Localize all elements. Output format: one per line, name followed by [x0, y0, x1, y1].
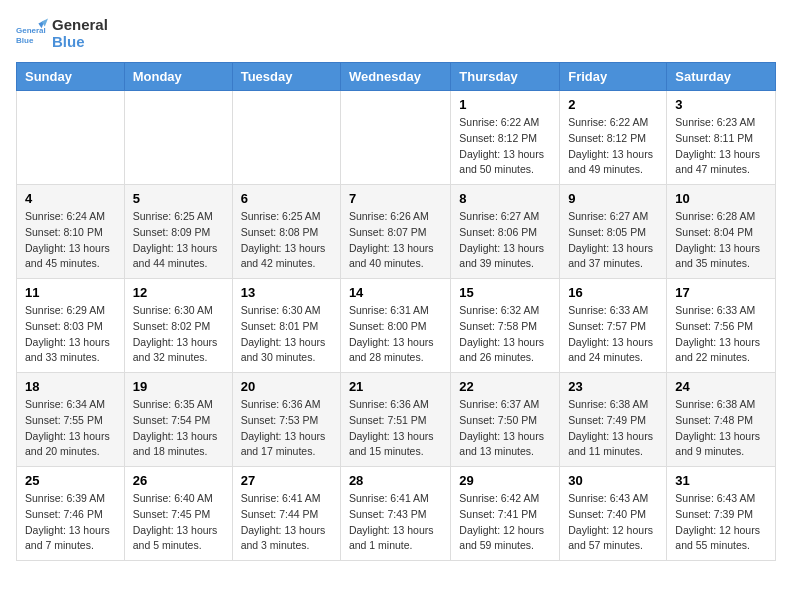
- header: General Blue General Blue: [16, 16, 776, 50]
- calendar-cell: 18Sunrise: 6:34 AM Sunset: 7:55 PM Dayli…: [17, 373, 125, 467]
- day-number: 8: [459, 191, 551, 206]
- day-info: Sunrise: 6:36 AM Sunset: 7:51 PM Dayligh…: [349, 397, 442, 460]
- day-info: Sunrise: 6:32 AM Sunset: 7:58 PM Dayligh…: [459, 303, 551, 366]
- day-info: Sunrise: 6:31 AM Sunset: 8:00 PM Dayligh…: [349, 303, 442, 366]
- day-info: Sunrise: 6:27 AM Sunset: 8:06 PM Dayligh…: [459, 209, 551, 272]
- day-number: 3: [675, 97, 767, 112]
- day-number: 16: [568, 285, 658, 300]
- day-number: 26: [133, 473, 224, 488]
- day-info: Sunrise: 6:34 AM Sunset: 7:55 PM Dayligh…: [25, 397, 116, 460]
- calendar-cell: 15Sunrise: 6:32 AM Sunset: 7:58 PM Dayli…: [451, 279, 560, 373]
- day-info: Sunrise: 6:38 AM Sunset: 7:49 PM Dayligh…: [568, 397, 658, 460]
- day-number: 4: [25, 191, 116, 206]
- day-info: Sunrise: 6:36 AM Sunset: 7:53 PM Dayligh…: [241, 397, 332, 460]
- day-info: Sunrise: 6:43 AM Sunset: 7:40 PM Dayligh…: [568, 491, 658, 554]
- calendar-cell: 13Sunrise: 6:30 AM Sunset: 8:01 PM Dayli…: [232, 279, 340, 373]
- calendar-week-4: 18Sunrise: 6:34 AM Sunset: 7:55 PM Dayli…: [17, 373, 776, 467]
- calendar-cell: 22Sunrise: 6:37 AM Sunset: 7:50 PM Dayli…: [451, 373, 560, 467]
- day-info: Sunrise: 6:26 AM Sunset: 8:07 PM Dayligh…: [349, 209, 442, 272]
- calendar-cell: 2Sunrise: 6:22 AM Sunset: 8:12 PM Daylig…: [560, 91, 667, 185]
- calendar-cell: 29Sunrise: 6:42 AM Sunset: 7:41 PM Dayli…: [451, 467, 560, 561]
- calendar-cell: 20Sunrise: 6:36 AM Sunset: 7:53 PM Dayli…: [232, 373, 340, 467]
- day-info: Sunrise: 6:40 AM Sunset: 7:45 PM Dayligh…: [133, 491, 224, 554]
- weekday-header-thursday: Thursday: [451, 63, 560, 91]
- day-info: Sunrise: 6:30 AM Sunset: 8:02 PM Dayligh…: [133, 303, 224, 366]
- day-info: Sunrise: 6:24 AM Sunset: 8:10 PM Dayligh…: [25, 209, 116, 272]
- calendar-cell: 9Sunrise: 6:27 AM Sunset: 8:05 PM Daylig…: [560, 185, 667, 279]
- calendar-cell: 23Sunrise: 6:38 AM Sunset: 7:49 PM Dayli…: [560, 373, 667, 467]
- logo-icon: General Blue: [16, 17, 48, 49]
- calendar-cell: 14Sunrise: 6:31 AM Sunset: 8:00 PM Dayli…: [340, 279, 450, 373]
- day-info: Sunrise: 6:22 AM Sunset: 8:12 PM Dayligh…: [459, 115, 551, 178]
- day-number: 20: [241, 379, 332, 394]
- day-info: Sunrise: 6:30 AM Sunset: 8:01 PM Dayligh…: [241, 303, 332, 366]
- calendar-cell: [340, 91, 450, 185]
- day-number: 17: [675, 285, 767, 300]
- day-number: 18: [25, 379, 116, 394]
- weekday-header-monday: Monday: [124, 63, 232, 91]
- calendar-week-1: 1Sunrise: 6:22 AM Sunset: 8:12 PM Daylig…: [17, 91, 776, 185]
- day-number: 6: [241, 191, 332, 206]
- calendar-table: SundayMondayTuesdayWednesdayThursdayFrid…: [16, 62, 776, 561]
- weekday-header-row: SundayMondayTuesdayWednesdayThursdayFrid…: [17, 63, 776, 91]
- day-info: Sunrise: 6:41 AM Sunset: 7:43 PM Dayligh…: [349, 491, 442, 554]
- day-number: 12: [133, 285, 224, 300]
- weekday-header-sunday: Sunday: [17, 63, 125, 91]
- day-info: Sunrise: 6:43 AM Sunset: 7:39 PM Dayligh…: [675, 491, 767, 554]
- day-number: 15: [459, 285, 551, 300]
- day-info: Sunrise: 6:22 AM Sunset: 8:12 PM Dayligh…: [568, 115, 658, 178]
- day-info: Sunrise: 6:42 AM Sunset: 7:41 PM Dayligh…: [459, 491, 551, 554]
- calendar-cell: 16Sunrise: 6:33 AM Sunset: 7:57 PM Dayli…: [560, 279, 667, 373]
- calendar-cell: 17Sunrise: 6:33 AM Sunset: 7:56 PM Dayli…: [667, 279, 776, 373]
- calendar-cell: [124, 91, 232, 185]
- calendar-cell: 5Sunrise: 6:25 AM Sunset: 8:09 PM Daylig…: [124, 185, 232, 279]
- day-info: Sunrise: 6:29 AM Sunset: 8:03 PM Dayligh…: [25, 303, 116, 366]
- day-number: 28: [349, 473, 442, 488]
- day-info: Sunrise: 6:33 AM Sunset: 7:56 PM Dayligh…: [675, 303, 767, 366]
- day-number: 13: [241, 285, 332, 300]
- day-info: Sunrise: 6:25 AM Sunset: 8:08 PM Dayligh…: [241, 209, 332, 272]
- day-info: Sunrise: 6:28 AM Sunset: 8:04 PM Dayligh…: [675, 209, 767, 272]
- day-number: 21: [349, 379, 442, 394]
- day-number: 24: [675, 379, 767, 394]
- day-number: 9: [568, 191, 658, 206]
- day-number: 29: [459, 473, 551, 488]
- day-number: 1: [459, 97, 551, 112]
- day-info: Sunrise: 6:38 AM Sunset: 7:48 PM Dayligh…: [675, 397, 767, 460]
- day-info: Sunrise: 6:41 AM Sunset: 7:44 PM Dayligh…: [241, 491, 332, 554]
- svg-text:Blue: Blue: [16, 36, 34, 45]
- weekday-header-wednesday: Wednesday: [340, 63, 450, 91]
- calendar-cell: 6Sunrise: 6:25 AM Sunset: 8:08 PM Daylig…: [232, 185, 340, 279]
- calendar-cell: 27Sunrise: 6:41 AM Sunset: 7:44 PM Dayli…: [232, 467, 340, 561]
- weekday-header-friday: Friday: [560, 63, 667, 91]
- weekday-header-saturday: Saturday: [667, 63, 776, 91]
- calendar-cell: 7Sunrise: 6:26 AM Sunset: 8:07 PM Daylig…: [340, 185, 450, 279]
- calendar-cell: 4Sunrise: 6:24 AM Sunset: 8:10 PM Daylig…: [17, 185, 125, 279]
- day-info: Sunrise: 6:33 AM Sunset: 7:57 PM Dayligh…: [568, 303, 658, 366]
- calendar-cell: 1Sunrise: 6:22 AM Sunset: 8:12 PM Daylig…: [451, 91, 560, 185]
- weekday-header-tuesday: Tuesday: [232, 63, 340, 91]
- day-number: 31: [675, 473, 767, 488]
- calendar-cell: 31Sunrise: 6:43 AM Sunset: 7:39 PM Dayli…: [667, 467, 776, 561]
- calendar-cell: 10Sunrise: 6:28 AM Sunset: 8:04 PM Dayli…: [667, 185, 776, 279]
- logo-text-general: General: [52, 16, 108, 33]
- calendar-cell: 19Sunrise: 6:35 AM Sunset: 7:54 PM Dayli…: [124, 373, 232, 467]
- day-number: 22: [459, 379, 551, 394]
- day-number: 2: [568, 97, 658, 112]
- day-number: 23: [568, 379, 658, 394]
- calendar-cell: 21Sunrise: 6:36 AM Sunset: 7:51 PM Dayli…: [340, 373, 450, 467]
- day-number: 30: [568, 473, 658, 488]
- day-number: 25: [25, 473, 116, 488]
- day-number: 27: [241, 473, 332, 488]
- logo: General Blue General Blue: [16, 16, 108, 50]
- calendar-cell: 30Sunrise: 6:43 AM Sunset: 7:40 PM Dayli…: [560, 467, 667, 561]
- day-number: 10: [675, 191, 767, 206]
- logo-text-blue: Blue: [52, 33, 108, 50]
- calendar-cell: 26Sunrise: 6:40 AM Sunset: 7:45 PM Dayli…: [124, 467, 232, 561]
- day-number: 7: [349, 191, 442, 206]
- calendar-cell: 25Sunrise: 6:39 AM Sunset: 7:46 PM Dayli…: [17, 467, 125, 561]
- calendar-cell: 3Sunrise: 6:23 AM Sunset: 8:11 PM Daylig…: [667, 91, 776, 185]
- calendar-week-2: 4Sunrise: 6:24 AM Sunset: 8:10 PM Daylig…: [17, 185, 776, 279]
- day-number: 14: [349, 285, 442, 300]
- calendar-week-3: 11Sunrise: 6:29 AM Sunset: 8:03 PM Dayli…: [17, 279, 776, 373]
